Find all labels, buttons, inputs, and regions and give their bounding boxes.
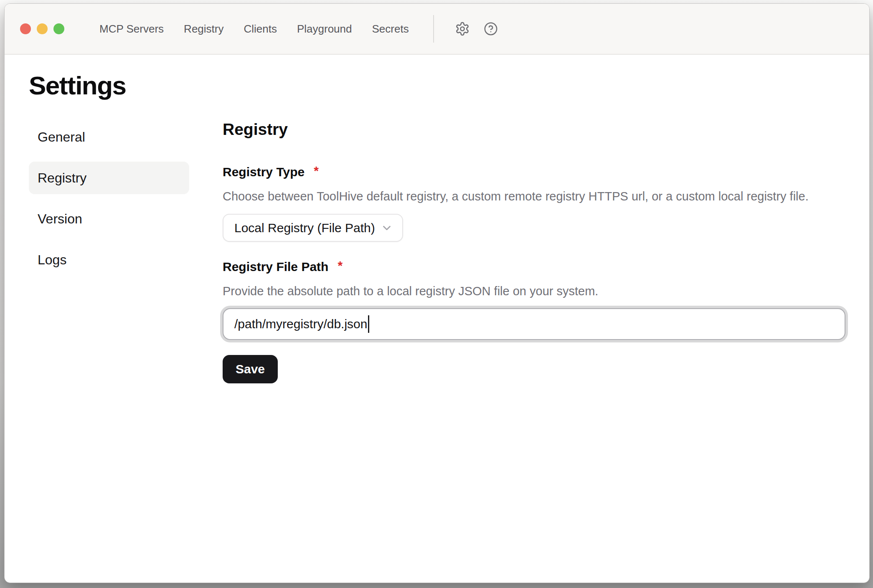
- nav-item-mcp-servers[interactable]: MCP Servers: [99, 23, 164, 34]
- registry-file-path-input[interactable]: /path/myregistry/db.json: [223, 308, 845, 340]
- registry-type-field: Registry Type* Choose between ToolHive d…: [223, 165, 845, 242]
- help-icon[interactable]: [484, 22, 498, 36]
- nav-item-registry[interactable]: Registry: [184, 23, 223, 34]
- registry-type-label: Registry Type*: [223, 165, 845, 180]
- minimize-window-button[interactable]: [37, 23, 48, 34]
- settings-page: Settings General Registry Version Logs R…: [5, 71, 869, 408]
- nav-item-secrets[interactable]: Secrets: [372, 23, 409, 34]
- titlebar-divider: [433, 15, 434, 43]
- registry-settings-panel: Registry Registry Type* Choose between T…: [223, 121, 845, 408]
- zoom-window-button[interactable]: [53, 23, 64, 34]
- sidebar-item-logs[interactable]: Logs: [29, 243, 189, 276]
- chevron-down-icon: [381, 222, 393, 234]
- registry-file-path-label-text: Registry File Path: [223, 260, 328, 274]
- required-asterisk: *: [338, 259, 343, 272]
- registry-file-path-description: Provide the absolute path to a local reg…: [223, 284, 845, 299]
- registry-type-description: Choose between ToolHive default registry…: [223, 189, 845, 204]
- sidebar-item-general[interactable]: General: [29, 121, 189, 153]
- required-asterisk: *: [314, 164, 319, 177]
- sidebar-item-version[interactable]: Version: [29, 203, 189, 235]
- titlebar-icons: [455, 21, 498, 36]
- registry-file-path-label: Registry File Path*: [223, 259, 845, 274]
- traffic-lights: [20, 23, 64, 34]
- registry-file-path-field: Registry File Path* Provide the absolute…: [223, 259, 845, 340]
- top-navigation: MCP Servers Registry Clients Playground …: [99, 23, 409, 34]
- sidebar-item-registry[interactable]: Registry: [29, 162, 189, 194]
- settings-gear-icon[interactable]: [455, 21, 470, 36]
- registry-type-select[interactable]: Local Registry (File Path): [223, 214, 403, 242]
- app-window: MCP Servers Registry Clients Playground …: [4, 3, 870, 583]
- titlebar: MCP Servers Registry Clients Playground …: [5, 4, 869, 55]
- page-title: Settings: [29, 71, 869, 100]
- settings-sidebar: General Registry Version Logs: [29, 121, 189, 284]
- registry-type-selected-value: Local Registry (File Path): [234, 221, 375, 235]
- nav-item-clients[interactable]: Clients: [244, 23, 277, 34]
- text-caret: [368, 315, 369, 333]
- registry-file-path-value: /path/myregistry/db.json: [234, 317, 367, 331]
- save-button[interactable]: Save: [223, 355, 278, 383]
- registry-type-label-text: Registry Type: [223, 165, 305, 179]
- nav-item-playground[interactable]: Playground: [297, 23, 352, 34]
- close-window-button[interactable]: [20, 23, 31, 34]
- section-title: Registry: [223, 121, 845, 139]
